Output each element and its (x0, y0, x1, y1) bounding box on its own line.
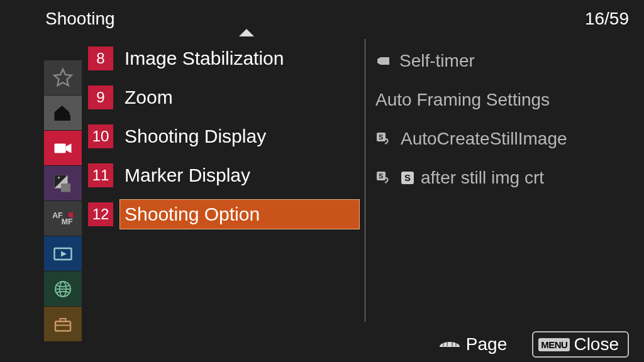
detail-label: after still img crt (421, 168, 544, 188)
submenu-list: 8 Image Stabilization 9 Zoom 10 Shooting… (82, 30, 365, 327)
detail-item[interactable]: S AutoCreateStillImage (375, 119, 644, 158)
svg-rect-11 (55, 321, 70, 331)
item-number: 12 (88, 202, 113, 226)
svg-rect-14 (380, 57, 389, 65)
item-label: Image Stabilization (125, 48, 284, 69)
list-item[interactable]: 8 Image Stabilization (82, 39, 365, 78)
item-number: 8 (88, 47, 113, 70)
close-button[interactable]: MENU Close (532, 331, 629, 358)
globe-icon (52, 278, 74, 300)
exposure-icon: + (52, 172, 74, 195)
footer: Page MENU Close (0, 327, 644, 362)
detail-panel: Self-timer Auto Framing Settings S AutoC… (365, 39, 644, 322)
rail-main[interactable] (44, 96, 82, 131)
svg-rect-0 (63, 115, 70, 121)
detail-item[interactable]: Auto Framing Settings (375, 80, 644, 119)
star-icon (52, 67, 74, 89)
svg-text:S: S (379, 172, 383, 180)
svg-text:+: + (57, 175, 60, 181)
list-item-selected[interactable]: 12 Shooting Option (82, 195, 365, 234)
close-label: Close (574, 334, 619, 354)
item-label: Shooting Display (125, 126, 266, 147)
header: Shooting 16/59 (0, 0, 644, 30)
svg-rect-12 (60, 319, 66, 322)
page-label: Page (466, 334, 507, 354)
item-number: 9 (88, 85, 113, 109)
sq-icon: S (375, 170, 394, 185)
item-label: Zoom (125, 87, 173, 108)
detail-item[interactable]: S S after still img crt (375, 158, 644, 197)
video-icon (52, 137, 74, 160)
svg-rect-4 (61, 184, 70, 192)
detail-label: Self-timer (399, 51, 475, 71)
item-number: 10 (88, 124, 113, 148)
rail-exposure[interactable]: + (44, 166, 82, 201)
toolbox-icon (52, 313, 74, 336)
item-number: 11 (88, 163, 113, 187)
s-badge-icon: S (401, 171, 414, 185)
rail-playback[interactable] (44, 236, 82, 272)
selftimer-icon (375, 54, 393, 68)
rail-favorites[interactable] (44, 60, 82, 96)
rail-focus[interactable]: AFMF (44, 201, 82, 236)
home-icon (52, 102, 74, 124)
list-item[interactable]: 10 Shooting Display (82, 117, 365, 156)
menu-title: Shooting (45, 9, 115, 29)
afmf-icon: AFMF (52, 207, 74, 230)
rail-shooting[interactable] (44, 131, 82, 166)
detail-item[interactable]: Self-timer (375, 41, 644, 80)
page-indicator: 16/59 (585, 9, 629, 29)
detail-label: Auto Framing Settings (375, 90, 550, 110)
detail-label: AutoCreateStillImage (401, 129, 567, 149)
svg-rect-1 (55, 143, 66, 153)
play-icon (52, 243, 74, 265)
svg-text:S: S (404, 172, 411, 183)
scroll-up-indicator-icon (239, 29, 254, 36)
rail-setup[interactable] (44, 307, 82, 342)
dial-icon (438, 338, 461, 351)
svg-text:S: S (379, 133, 383, 141)
list-item[interactable]: 11 Marker Display (82, 156, 365, 195)
item-label: Shooting Option (125, 204, 260, 225)
svg-text:MF: MF (62, 217, 73, 226)
item-label: Marker Display (125, 165, 250, 186)
category-rail: + AFMF (44, 60, 82, 342)
rail-network[interactable] (44, 272, 82, 307)
menu-chip: MENU (538, 338, 570, 351)
list-item[interactable]: 9 Zoom (82, 78, 365, 117)
page-hint: Page (438, 334, 507, 354)
sq-icon: S (375, 131, 394, 146)
